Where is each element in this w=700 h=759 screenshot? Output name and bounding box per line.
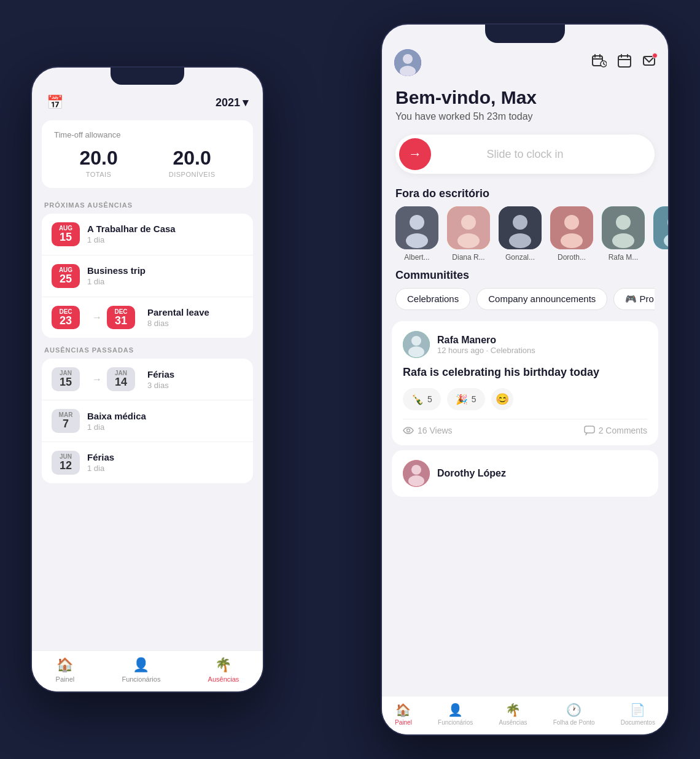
post-footer: 16 Views 2 Comments xyxy=(403,419,647,435)
person-avatar-dorothy xyxy=(550,206,593,249)
calendar-icon: 📅 xyxy=(47,95,63,111)
communities-section: Communitites Celebrations Company announ… xyxy=(382,265,668,316)
add-reaction-button[interactable]: 😊 xyxy=(491,388,513,410)
home-icon: 🏠 xyxy=(56,657,73,673)
svg-point-26 xyxy=(561,233,583,248)
absence-item[interactable]: AUG 25 Business trip 1 dia xyxy=(42,255,253,297)
post-author-name: Rafa Manero xyxy=(437,335,535,346)
svg-point-1 xyxy=(403,54,413,64)
reaction-btn-bottle[interactable]: 🍾 5 xyxy=(403,388,441,410)
total-label: TOTAIS xyxy=(79,171,117,178)
community-tags: Celebrations Company announcements 🎮 Pro… xyxy=(395,288,655,310)
person-card[interactable]: Doroth... xyxy=(550,206,593,262)
out-of-office-heading: Fora do escritório xyxy=(382,182,668,206)
person-icon: 👤 xyxy=(133,657,149,673)
nav-front-folha[interactable]: 🕐 Folha de Ponto xyxy=(553,703,595,726)
year-selector[interactable]: 2021 ▾ xyxy=(216,96,248,109)
post-card[interactable]: Rafa Manero 12 hours ago · Celebrations … xyxy=(392,321,658,445)
clock-in-slider[interactable]: → Slide to clock in xyxy=(395,134,655,174)
post-header: Rafa Manero 12 hours ago · Celebrations xyxy=(403,331,647,358)
person-front-icon: 👤 xyxy=(448,703,463,717)
svg-point-25 xyxy=(564,215,579,230)
tag-celebrations[interactable]: Celebrations xyxy=(395,288,470,310)
year-chevron-icon: ▾ xyxy=(243,96,248,109)
front-phone: Bem-vindo, Max You have worked 5h 23m to… xyxy=(381,23,669,736)
nav-front-funcionarios[interactable]: 👤 Funcionários xyxy=(438,703,473,726)
welcome-section: Bem-vindo, Max You have worked 5h 23m to… xyxy=(382,81,668,126)
palm-front-icon: 🌴 xyxy=(505,703,521,717)
person-avatar-gonzal xyxy=(499,206,542,249)
person-avatar-cr xyxy=(653,206,668,249)
person-card[interactable]: Rafa M... xyxy=(602,206,645,262)
clock-front-icon: 🕐 xyxy=(566,703,581,717)
person-card[interactable]: Diana R... xyxy=(447,206,490,262)
timesheet-icon[interactable] xyxy=(592,54,607,71)
tag-pro[interactable]: 🎮 Pro... xyxy=(613,288,655,310)
bottom-nav-back: 🏠 Painel 👤 Funcionários 🌴 Ausências xyxy=(32,650,263,691)
time-off-card: Time-off allowance 20.0 TOTAIS 20.0 DISP… xyxy=(42,120,253,188)
absence-item[interactable]: MAR 7 Baixa médica 1 dia xyxy=(42,400,253,442)
bottom-nav-front: 🏠 Painel 👤 Funcionários 🌴 Ausências 🕐 Fo… xyxy=(382,696,668,734)
slider-arrow-icon: → xyxy=(408,146,422,162)
svg-point-40 xyxy=(408,475,424,486)
nav-front-ausencias[interactable]: 🌴 Ausências xyxy=(499,703,527,726)
svg-point-29 xyxy=(612,233,634,248)
post2-author-avatar xyxy=(403,460,430,487)
person-avatar-rafa xyxy=(602,206,645,249)
date-badge-aug25: AUG 25 xyxy=(52,264,80,288)
person-card[interactable]: Cr... xyxy=(653,206,668,262)
post2-author-name: Dorothy López xyxy=(437,468,506,479)
scene: 📅 2021 ▾ Time-off allowance 20.0 TOTAIS … xyxy=(12,17,688,742)
nav-item-painel[interactable]: 🏠 Painel xyxy=(56,657,75,683)
svg-point-19 xyxy=(461,215,476,230)
notch-back xyxy=(111,68,184,85)
header-icons xyxy=(592,54,656,71)
post-card-preview[interactable]: Dorothy López xyxy=(392,450,658,497)
nav-front-painel[interactable]: 🏠 Painel xyxy=(395,703,412,726)
person-card[interactable]: Gonzal... xyxy=(499,206,542,262)
slider-button[interactable]: → xyxy=(399,138,431,170)
communities-title: Communitites xyxy=(395,269,655,282)
date-badge-aug15: AUG 15 xyxy=(52,222,80,246)
person-card[interactable]: Albert... xyxy=(395,206,438,262)
absence-item[interactable]: JUN 12 Férias 1 dia xyxy=(42,442,253,483)
svg-point-23 xyxy=(509,233,531,248)
total-value: 20.0 xyxy=(79,147,117,169)
person-avatar-diana xyxy=(447,206,490,249)
post-author-avatar xyxy=(403,331,430,358)
svg-point-20 xyxy=(457,233,480,248)
post-reactions: 🍾 5 🎉 5 😊 xyxy=(403,388,647,410)
absence-item[interactable]: AUG 15 A Trabalhar de Casa 1 dia xyxy=(42,214,253,255)
worked-text: You have worked 5h 23m today xyxy=(395,111,655,122)
svg-point-28 xyxy=(616,215,631,230)
notification-icon[interactable] xyxy=(642,54,656,71)
user-avatar[interactable] xyxy=(394,49,421,76)
document-front-icon: 📄 xyxy=(630,703,645,717)
past-section-title: AUSÊNCIAS PASSADAS xyxy=(32,338,263,359)
absence-item[interactable]: DEC 23 → DEC 31 Parental leave 8 dias xyxy=(42,297,253,338)
calendar-front-icon[interactable] xyxy=(618,54,631,71)
nav-item-funcionarios[interactable]: 👤 Funcionários xyxy=(122,657,160,683)
year-label: 2021 xyxy=(216,96,240,109)
palm-tree-icon: 🌴 xyxy=(215,657,231,673)
home-front-icon: 🏠 xyxy=(395,703,411,717)
tag-announcements[interactable]: Company announcements xyxy=(476,288,607,310)
nav-item-ausencias[interactable]: 🌴 Ausências xyxy=(208,657,239,683)
front-header xyxy=(382,43,668,81)
available-block: 20.0 DISPONÍVEIS xyxy=(169,147,216,178)
absence-item[interactable]: JAN 15 → JAN 14 Férias 3 dias xyxy=(42,359,253,400)
available-value: 20.0 xyxy=(169,147,216,169)
past-absence-list: JAN 15 → JAN 14 Férias 3 dias MAR xyxy=(42,359,253,483)
reaction-btn-confetti[interactable]: 🎉 5 xyxy=(447,388,485,410)
nav-front-documentos[interactable]: 📄 Documentos xyxy=(621,703,655,726)
person-avatar-albert xyxy=(395,206,438,249)
svg-point-35 xyxy=(408,346,424,357)
welcome-title: Bem-vindo, Max xyxy=(395,87,655,107)
clock-in-label: Slide to clock in xyxy=(431,148,651,161)
svg-point-39 xyxy=(411,465,421,475)
time-off-title: Time-off allowance xyxy=(54,130,241,139)
svg-point-22 xyxy=(513,215,527,230)
svg-point-17 xyxy=(406,233,428,248)
upcoming-section-title: PRÓXIMAS AUSÊNCIAS xyxy=(32,193,263,214)
svg-point-34 xyxy=(411,336,421,346)
